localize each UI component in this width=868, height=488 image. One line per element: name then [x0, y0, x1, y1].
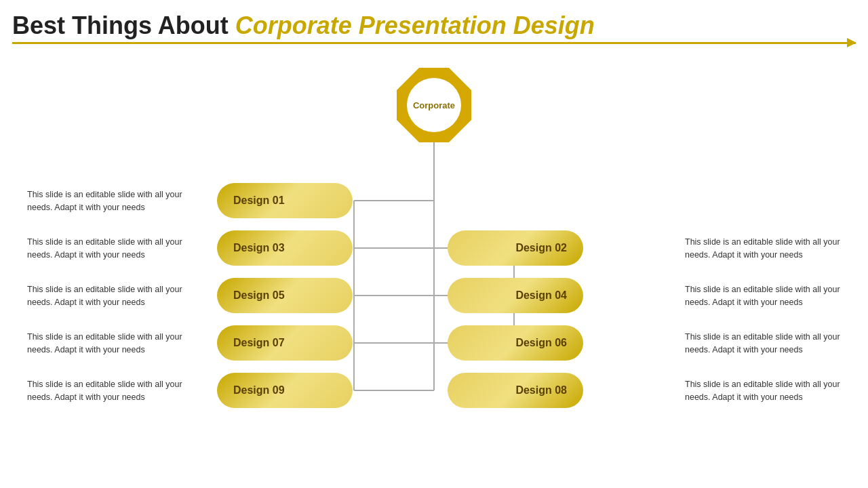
- design-03-button[interactable]: Design 03: [217, 230, 353, 266]
- design-07-label: Design 07: [233, 337, 285, 349]
- design-01-button[interactable]: Design 01: [217, 183, 353, 218]
- desc-right-3: This slide is an editable slide with all…: [685, 331, 841, 357]
- desc-left-1: This slide is an editable slide with all…: [27, 188, 183, 214]
- design-08-label: Design 08: [515, 384, 567, 396]
- design-09-label: Design 09: [233, 384, 285, 396]
- design-02-button[interactable]: Design 02: [448, 230, 583, 266]
- page-title: Best Things About Corporate Presentation…: [12, 12, 856, 39]
- design-01-label: Design 01: [233, 195, 285, 207]
- desc-left-5: This slide is an editable slide with all…: [27, 378, 183, 404]
- design-05-button[interactable]: Design 05: [217, 278, 353, 313]
- design-05-label: Design 05: [233, 289, 285, 302]
- title-plain: Best Things About: [12, 12, 229, 39]
- octagon-inner-circle: Corporate: [407, 78, 461, 132]
- desc-right-1: This slide is an editable slide with all…: [685, 236, 841, 262]
- title-highlight: Corporate Presentation Design: [235, 12, 595, 39]
- design-04-label: Design 04: [515, 289, 567, 302]
- design-06-label: Design 06: [515, 337, 567, 349]
- desc-right-4: This slide is an editable slide with all…: [685, 378, 841, 404]
- desc-left-4: This slide is an editable slide with all…: [27, 331, 183, 357]
- design-04-button[interactable]: Design 04: [448, 278, 583, 313]
- desc-left-3: This slide is an editable slide with all…: [27, 283, 183, 309]
- design-08-button[interactable]: Design 08: [448, 373, 583, 408]
- design-07-button[interactable]: Design 07: [217, 325, 353, 361]
- header: Best Things About Corporate Presentation…: [12, 12, 856, 44]
- center-octagon: Corporate: [397, 68, 471, 142]
- design-06-button[interactable]: Design 06: [448, 325, 583, 361]
- desc-right-2: This slide is an editable slide with all…: [685, 283, 841, 309]
- design-02-label: Design 02: [515, 242, 567, 254]
- header-line: [12, 42, 856, 44]
- octagon-label: Corporate: [413, 100, 455, 110]
- desc-left-2: This slide is an editable slide with all…: [27, 236, 183, 262]
- design-03-label: Design 03: [233, 242, 285, 254]
- design-09-button[interactable]: Design 09: [217, 373, 353, 408]
- octagon-shape: Corporate: [397, 68, 471, 142]
